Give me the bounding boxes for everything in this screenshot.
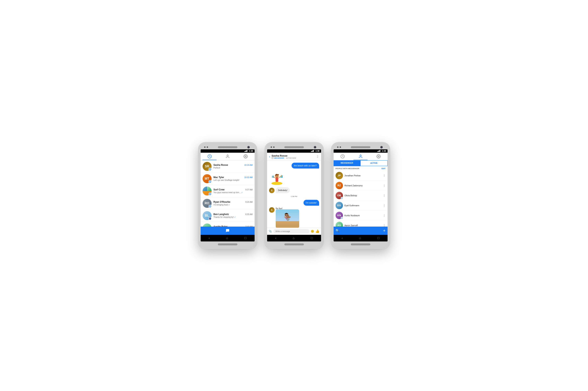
chat-contact-name: Sasha Rosse	[272, 154, 316, 157]
people-more-jonathan[interactable]: ⋮	[383, 174, 386, 177]
edit-button[interactable]: EDIT	[382, 168, 386, 170]
people-avatar-eyal: EG	[336, 202, 343, 209]
compose-icon[interactable]	[225, 228, 230, 233]
status-time-1: 1:38	[249, 150, 253, 152]
svg-point-3	[271, 182, 282, 185]
phone-top-3	[334, 145, 388, 149]
people-more-kurtis[interactable]: ⋮	[383, 214, 386, 217]
conv-item-ben[interactable]: BL f Ben Langholz 8:35 AM Thanks for sto…	[201, 209, 255, 222]
nav-tabs-1	[201, 153, 255, 160]
back-button-1[interactable]: ‹	[209, 236, 210, 240]
tab-people-3[interactable]	[352, 154, 370, 160]
reply-icon-ryan: ↩	[228, 204, 230, 206]
message-input[interactable]	[273, 229, 309, 234]
tab-settings[interactable]	[237, 154, 255, 160]
conv-name-ryan: Ryan O'Rourke	[213, 200, 230, 203]
bottom-bar-1	[201, 227, 255, 235]
chat-header-info: Sasha Rosse 💬 MESSENGER · ACTIVE NOW	[272, 154, 316, 159]
conv-name-surfcrew: Surf Crew	[213, 188, 225, 191]
people-name-richard: Richard Zadorozny	[345, 184, 383, 187]
conv-header-mac: Mac Tyler 10:02 AM	[213, 176, 253, 179]
like-button[interactable]: 👍	[315, 229, 319, 233]
square-button-1[interactable]: □	[244, 236, 246, 240]
svg-point-8	[277, 176, 278, 176]
back-button-3[interactable]: ‹	[342, 236, 343, 240]
read-tick-ben: ✓	[234, 216, 236, 218]
svg-rect-4	[276, 178, 278, 182]
signal-indicator-3	[377, 150, 380, 152]
phone-dots-3	[337, 146, 341, 148]
people-list: JP Jonathan Perlow ⋮ RZ Richard Zadorozn…	[334, 171, 388, 227]
conv-item-sasha[interactable]: SR Sasha Rosse 10:24 AM Perfect!	[201, 160, 255, 173]
people-item-eyal[interactable]: EG Eyal Guthmann ⋮	[334, 200, 388, 210]
square-button-3[interactable]: □	[377, 236, 379, 240]
more-options-button[interactable]: ⋮	[316, 155, 319, 158]
conversation-list: SR Sasha Rosse 10:24 AM Perfect!	[201, 160, 255, 227]
phone-bottom-2	[267, 241, 321, 247]
status-time-3: 1:38	[382, 150, 386, 152]
conv-item-surfcrew[interactable]: Surf Crew 9:37 AM You guys wanna meet up…	[201, 185, 255, 197]
conv-item-mac[interactable]: MT Mac Tyler 10:02 AM Let's go see	[201, 173, 255, 185]
search-icon[interactable]: 🔍	[336, 229, 339, 232]
phones-container: 1:38	[198, 142, 390, 249]
phone-speaker-1	[218, 146, 237, 148]
svg-text:🌊: 🌊	[272, 175, 275, 178]
tab-messenger[interactable]: MESSENGER	[334, 160, 360, 166]
tab-active[interactable]: ACTIVE	[360, 160, 388, 166]
people-item-kurtis[interactable]: KN Kurtis Nusbaum ⋮	[334, 210, 388, 220]
add-icon[interactable]: +	[383, 228, 386, 233]
conv-time-surfcrew: 9:37 AM	[245, 189, 253, 191]
square-button-2[interactable]: □	[311, 236, 313, 240]
conv-preview-text-ben: Thanks for stopping by!	[213, 216, 234, 218]
phone-bottom-1	[201, 241, 255, 247]
badge-surfcrew	[208, 192, 211, 196]
conv-item-ryan[interactable]: RO Ryan O'Rourke 9:24 AM I'm bring	[201, 197, 255, 209]
people-item-richard[interactable]: RZ Richard Zadorozny ⋮	[334, 181, 388, 191]
emoji-icon[interactable]: 🙂	[311, 230, 314, 233]
people-sub-tabs: MESSENGER ACTIVE	[334, 160, 388, 166]
incoming-avatar-3: S	[269, 188, 275, 193]
chat-back-button[interactable]: ‹	[269, 155, 270, 158]
tab-settings-3[interactable]	[370, 154, 388, 160]
svg-rect-12	[276, 221, 299, 227]
people-avatar-jonathan: JP	[336, 172, 343, 179]
people-item-aaron[interactable]: AS Aaron Sarnoff ⋮	[334, 220, 388, 227]
tab-recent[interactable]	[201, 154, 219, 160]
tab-recent-3[interactable]	[334, 154, 352, 160]
phone-top-2	[267, 145, 321, 149]
attachment-icon[interactable]: 📎	[269, 230, 272, 233]
conv-header-sasha: Sasha Rosse 10:24 AM	[213, 164, 253, 166]
signal-indicator	[244, 150, 247, 152]
phone-speaker-2	[284, 146, 304, 148]
status-bar-3: 1:38	[334, 149, 388, 153]
home-button-1[interactable]: ⌂	[226, 236, 228, 240]
people-more-olivia[interactable]: ⋮	[383, 194, 386, 197]
badge-sasha	[208, 168, 211, 171]
svg-point-2	[245, 156, 246, 157]
conv-header-ryan: Ryan O'Rourke 9:24 AM	[213, 200, 253, 203]
people-name-kurtis: Kurtis Nusbaum	[345, 214, 383, 217]
phone-bottom-3	[334, 241, 388, 247]
phone-dot	[204, 146, 205, 148]
conv-item-austin[interactable]: AB Austin Bales 7:43 AM Meet you d	[201, 222, 255, 227]
people-more-aaron[interactable]: ⋮	[383, 224, 386, 227]
people-item-jonathan[interactable]: JP Jonathan Perlow ⋮	[334, 171, 388, 181]
home-button-3[interactable]: ⌂	[359, 236, 361, 240]
back-button-2[interactable]: ‹	[275, 236, 276, 240]
msg-photo-6	[276, 210, 299, 228]
conv-time-sasha: 10:24 AM	[244, 164, 252, 166]
tab-people[interactable]	[219, 154, 237, 160]
msg-row-3: S Definitely!	[269, 187, 319, 193]
people-more-eyal[interactable]: ⋮	[383, 204, 386, 207]
people-item-olivia[interactable]: OB Olivia Bishop ⋮	[334, 191, 388, 200]
home-button-2[interactable]: ⌂	[293, 236, 294, 240]
bottom-speaker-3	[351, 243, 370, 245]
phone-people: 1:38	[331, 142, 390, 249]
badge-ben: f	[208, 217, 211, 220]
phone-camera-3	[380, 146, 383, 149]
people-avatar-aaron: AS	[336, 222, 343, 227]
people-more-richard[interactable]: ⋮	[383, 184, 386, 187]
avatar-austin: AB	[202, 223, 211, 227]
msg-row-1: the beach with us later?	[269, 163, 319, 169]
phone-screen-3: 1:38	[334, 149, 388, 241]
